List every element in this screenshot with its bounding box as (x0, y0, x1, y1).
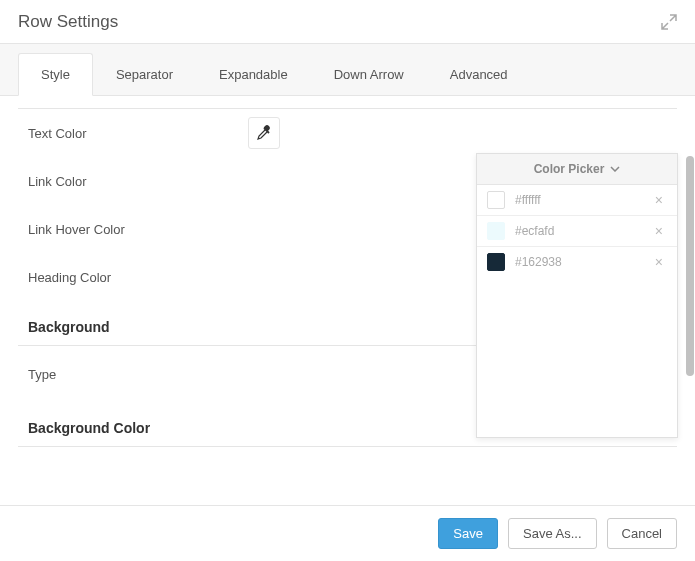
expand-icon[interactable] (661, 14, 677, 30)
cancel-button[interactable]: Cancel (607, 518, 677, 549)
tab-expandable[interactable]: Expandable (196, 53, 311, 95)
color-entry[interactable]: #162938 × (477, 247, 677, 277)
label-link-color: Link Color (28, 174, 248, 189)
close-icon[interactable]: × (651, 224, 667, 238)
scrollbar-track[interactable] (685, 156, 695, 496)
label-heading-color: Heading Color (28, 270, 248, 285)
close-icon[interactable]: × (651, 193, 667, 207)
close-icon[interactable]: × (651, 255, 667, 269)
scrollbar-thumb[interactable] (686, 156, 694, 376)
label-link-hover-color: Link Hover Color (28, 222, 248, 237)
color-picker-header[interactable]: Color Picker (477, 154, 677, 185)
content-area: Text Color Color Picker (0, 96, 695, 516)
modal-title: Row Settings (18, 12, 118, 32)
tab-style[interactable]: Style (18, 53, 93, 96)
label-text-color: Text Color (28, 126, 248, 141)
tabs-bar: Style Separator Expandable Down Arrow Ad… (0, 44, 695, 96)
color-entry[interactable]: #ecfafd × (477, 216, 677, 247)
color-swatch (487, 222, 505, 240)
save-as-button[interactable]: Save As... (508, 518, 597, 549)
color-swatch (487, 191, 505, 209)
color-swatch (487, 253, 505, 271)
eyedropper-button[interactable] (248, 117, 280, 149)
tab-down-arrow[interactable]: Down Arrow (311, 53, 427, 95)
modal-header: Row Settings (0, 0, 695, 44)
tab-advanced[interactable]: Advanced (427, 53, 531, 95)
color-hex: #ffffff (515, 193, 641, 207)
color-picker-title: Color Picker (534, 162, 605, 176)
field-text-color: Text Color Color Picker (18, 109, 677, 157)
color-picker-panel: Color Picker #ffffff × #ecfafd × (476, 153, 678, 438)
color-hex: #ecfafd (515, 224, 641, 238)
tab-separator[interactable]: Separator (93, 53, 196, 95)
chevron-down-icon (610, 166, 620, 172)
color-hex: #162938 (515, 255, 641, 269)
color-picker-empty-area (477, 277, 677, 437)
save-button[interactable]: Save (438, 518, 498, 549)
label-type: Type (28, 367, 248, 382)
color-entry[interactable]: #ffffff × (477, 185, 677, 216)
modal-footer: Save Save As... Cancel (0, 505, 695, 561)
